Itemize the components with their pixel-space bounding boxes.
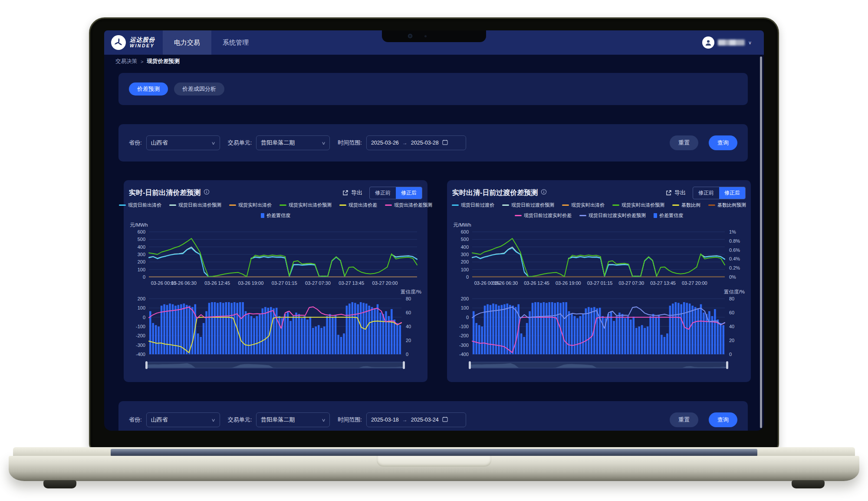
avatar bbox=[702, 36, 714, 49]
legend-item[interactable]: 现货实时出清价 bbox=[229, 202, 272, 208]
svg-text:100: 100 bbox=[138, 305, 145, 310]
svg-text:-200: -200 bbox=[136, 333, 145, 338]
legend-item[interactable]: 现货日前过渡价预测 bbox=[502, 202, 554, 208]
svg-text:0: 0 bbox=[143, 315, 145, 320]
keyboard-strip bbox=[111, 449, 757, 456]
legend-item[interactable]: 现货日前出清价 bbox=[119, 202, 161, 208]
trade-unit-select[interactable]: 昔阳皋落二期 ∨ bbox=[256, 412, 330, 427]
breadcrumb-item-parent[interactable]: 交易决策 bbox=[115, 58, 137, 65]
toggle-after-correction[interactable]: 修正后 bbox=[396, 187, 422, 199]
page-scrollbar[interactable] bbox=[760, 56, 762, 428]
legend-item[interactable]: 现货实时出清价预测 bbox=[279, 202, 332, 208]
date-range-picker[interactable]: 2025-03-26 → 2025-03-28 bbox=[366, 135, 466, 150]
spread-confidence-chart[interactable]: 置信度/%2001000-100-200-300-400806040200 bbox=[129, 288, 422, 375]
legend-item[interactable]: 现货日前过渡实时价差预测 bbox=[579, 212, 646, 219]
legend-item[interactable]: 现货出清价差 bbox=[339, 202, 377, 208]
svg-text:03-26 19:00: 03-26 19:00 bbox=[238, 280, 264, 286]
query-button[interactable]: 查询 bbox=[709, 412, 737, 427]
svg-text:200: 200 bbox=[461, 259, 469, 264]
legend-item[interactable]: 价差置信度 bbox=[261, 212, 290, 219]
svg-text:03-27 01:15: 03-27 01:15 bbox=[587, 280, 613, 286]
toggle-after-correction[interactable]: 修正后 bbox=[719, 187, 745, 199]
legend-swatch-icon bbox=[385, 204, 392, 206]
calendar-icon bbox=[442, 416, 448, 423]
svg-text:03-26 12:45: 03-26 12:45 bbox=[204, 280, 230, 286]
toggle-before-correction[interactable]: 修正前 bbox=[370, 187, 396, 199]
legend-swatch-icon bbox=[339, 204, 346, 206]
svg-text:600: 600 bbox=[461, 229, 469, 234]
panel-title: 实时-日前出清价差预测 bbox=[129, 188, 201, 198]
legend-item[interactable]: 基数比例 bbox=[672, 202, 700, 208]
svg-text:03-27 07:30: 03-27 07:30 bbox=[618, 280, 644, 286]
province-label: 省份: bbox=[129, 416, 142, 424]
windey-turbine-icon bbox=[111, 35, 126, 50]
svg-text:400: 400 bbox=[138, 244, 145, 250]
camera-notch bbox=[382, 30, 486, 42]
legend-item[interactable]: 现货日前过渡价 bbox=[452, 202, 494, 208]
time-range-label: 时间范围: bbox=[338, 416, 362, 424]
info-icon[interactable] bbox=[541, 189, 547, 197]
legend-item[interactable]: 现货出清价差预测 bbox=[385, 202, 432, 208]
rubber-foot bbox=[792, 480, 825, 488]
user-menu[interactable]: ∨ bbox=[702, 30, 764, 55]
province-select[interactable]: 山西省 ∨ bbox=[146, 135, 220, 150]
legend-swatch-icon bbox=[708, 204, 715, 206]
date-range-picker[interactable]: 2025-03-18 → 2025-03-24 bbox=[366, 412, 466, 427]
reset-button[interactable]: 重置 bbox=[670, 412, 698, 427]
nav-item-system-admin[interactable]: 系统管理 bbox=[211, 30, 260, 55]
legend-item[interactable]: 现货日前出清价预测 bbox=[169, 202, 221, 208]
legend-row-2: 现货日前过渡实时价差现货日前过渡实时价差预测价差置信度 bbox=[452, 210, 746, 221]
range-arrow-icon: → bbox=[402, 140, 408, 146]
date-start: 2025-03-18 bbox=[371, 417, 399, 423]
svg-text:03-27 13:45: 03-27 13:45 bbox=[339, 280, 364, 286]
tab-spread-cause-analysis[interactable]: 价差成因分析 bbox=[174, 82, 224, 96]
tab-spread-forecast[interactable]: 价差预测 bbox=[129, 82, 168, 96]
svg-text:60: 60 bbox=[406, 310, 411, 315]
query-button[interactable]: 查询 bbox=[709, 135, 737, 150]
legend-swatch-icon bbox=[452, 204, 459, 206]
legend-item[interactable]: 现货实时出清价预测 bbox=[612, 202, 664, 208]
legend-item[interactable]: 现货实时出清价 bbox=[562, 202, 605, 208]
info-icon[interactable] bbox=[204, 189, 210, 197]
legend-item[interactable]: 基数比例预测 bbox=[708, 202, 746, 208]
webcam-icon bbox=[408, 34, 412, 38]
filter-bar-bottom: 省份: 山西省 ∨ 交易单元: 昔阳皋落二期 ∨ 时间范围: 2025-03-1… bbox=[118, 401, 748, 431]
svg-text:20: 20 bbox=[729, 338, 734, 343]
trade-unit-select[interactable]: 昔阳皋落二期 ∨ bbox=[256, 135, 330, 150]
date-end: 2025-03-24 bbox=[411, 417, 439, 423]
app-screen: 运达股份 WINDEY 电力交易 系统管理 ∨ 交易决策 > 现货价差预测 bbox=[104, 30, 764, 431]
toggle-before-correction[interactable]: 修正前 bbox=[693, 187, 719, 199]
price-line-chart[interactable]: 元/MWh60050040030020010001%0.8%0.6%0.4%0.… bbox=[452, 221, 746, 288]
export-button[interactable]: 导出 bbox=[342, 189, 362, 197]
spread-confidence-chart[interactable]: 置信度/%2001000-100-200-300-400806040200 bbox=[452, 288, 746, 375]
svg-text:600: 600 bbox=[138, 229, 145, 234]
reset-button[interactable]: 重置 bbox=[670, 135, 698, 150]
nav-menu: 电力交易 系统管理 bbox=[163, 30, 260, 55]
legend-item[interactable]: 现货日前过渡实时价差 bbox=[515, 212, 572, 219]
filter-bar-top: 省份: 山西省 ∨ 交易单元: 昔阳皋落二期 ∨ 时间范围: 2025-03-2… bbox=[118, 124, 748, 162]
svg-text:置信度/%: 置信度/% bbox=[401, 289, 421, 294]
province-label: 省份: bbox=[129, 139, 142, 147]
export-button[interactable]: 导出 bbox=[666, 189, 686, 197]
legend-row-1: 现货日前出清价现货日前出清价预测现货实时出清价现货实时出清价预测现货出清价差现货… bbox=[129, 200, 422, 210]
svg-text:300: 300 bbox=[461, 252, 469, 257]
svg-text:80: 80 bbox=[406, 296, 411, 301]
province-select[interactable]: 山西省 ∨ bbox=[146, 412, 220, 427]
panel-realtime-dayahead-clearing: 实时-日前出清价差预测 导出 修正前 修正后 现货日前出清价现货 bbox=[124, 180, 427, 382]
username-redacted bbox=[718, 40, 745, 46]
svg-text:500: 500 bbox=[461, 237, 469, 242]
brand-text: 运达股份 WINDEY bbox=[130, 37, 155, 48]
price-line-chart[interactable]: 元/MWh600500400300200100003-26 00:1503-26… bbox=[129, 221, 422, 288]
chevron-down-icon: ∨ bbox=[211, 141, 216, 145]
nav-item-power-trading[interactable]: 电力交易 bbox=[163, 30, 211, 55]
svg-text:0: 0 bbox=[466, 315, 469, 320]
svg-text:元/MWh: 元/MWh bbox=[130, 222, 148, 227]
svg-text:0.6%: 0.6% bbox=[729, 247, 740, 253]
svg-text:0.4%: 0.4% bbox=[729, 256, 740, 261]
province-value: 山西省 bbox=[151, 139, 168, 147]
legend-item[interactable]: 价差置信度 bbox=[654, 212, 683, 219]
range-arrow-icon: → bbox=[402, 417, 408, 423]
svg-text:20: 20 bbox=[406, 338, 411, 343]
svg-text:置信度/%: 置信度/% bbox=[724, 289, 745, 294]
svg-text:03-26 06:30: 03-26 06:30 bbox=[492, 280, 518, 286]
